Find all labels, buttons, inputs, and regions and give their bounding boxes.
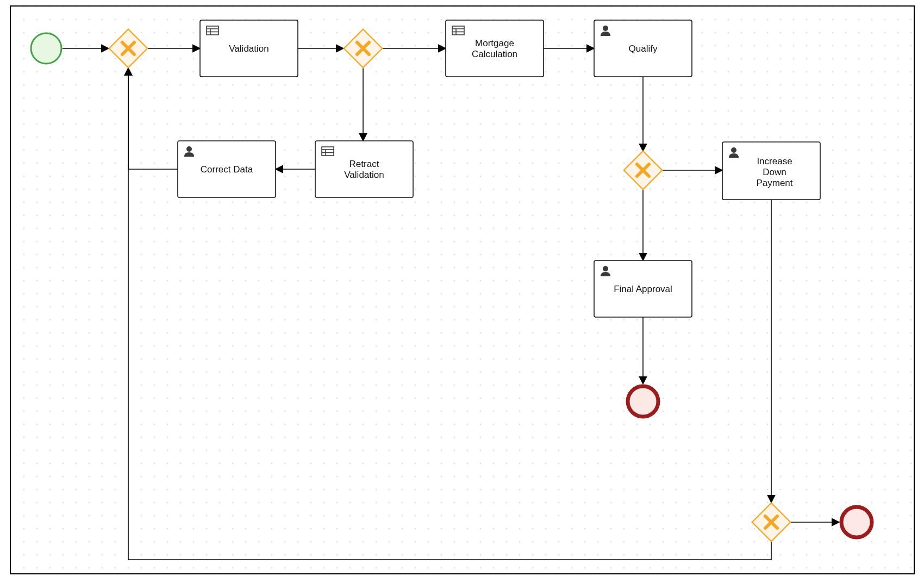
task-increase-label-3: Payment [756,178,792,188]
start-event[interactable] [31,33,61,64]
task-final-label: Final Approval [614,284,672,294]
gateway-4[interactable] [752,503,791,542]
flow-correct-g1[interactable] [128,68,178,169]
task-retract-label-2: Validation [344,170,384,180]
task-qualify[interactable]: Qualify [594,20,692,77]
gateway-1[interactable] [109,29,148,68]
end-event-1[interactable] [628,386,658,417]
task-increase-label-1: Increase [757,156,792,166]
diagram-canvas[interactable]: { "chart_data": { "type": "bpmn-diagram"… [10,5,915,574]
task-increase-down-payment[interactable]: Increase Down Payment [722,142,820,200]
diagram-canvas-wrap: { "chart_data": { "type": "bpmn-diagram"… [0,0,924,582]
task-correct-label: Correct Data [201,164,253,175]
task-mortgage-label-2: Calculation [472,49,517,59]
end-event-2[interactable] [841,507,872,537]
task-final-approval[interactable]: Final Approval [594,261,692,317]
task-validation-label: Validation [229,44,269,54]
task-mortgage-label-1: Mortgage [475,38,514,48]
task-increase-label-2: Down [763,167,786,177]
gateway-3[interactable] [624,151,663,190]
task-validation[interactable]: Validation [200,20,298,77]
task-retract-label-1: Retract [349,159,379,169]
gateway-2[interactable] [344,29,383,68]
task-qualify-label: Qualify [629,44,658,54]
task-retract-validation[interactable]: Retract Validation [315,141,413,197]
task-correct-data[interactable]: Correct Data [178,141,276,197]
task-mortgage-calculation[interactable]: Mortgage Calculation [446,20,544,77]
